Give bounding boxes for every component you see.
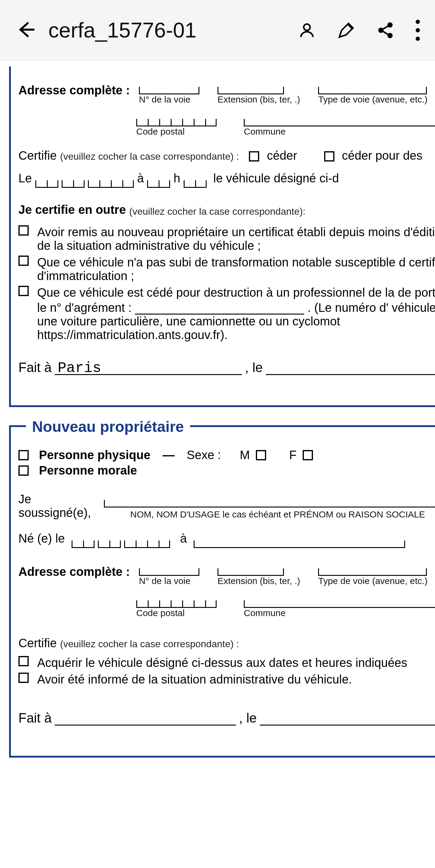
field-hint: N° de la voie xyxy=(139,94,190,105)
field-hint: Commune xyxy=(244,608,286,618)
checkbox-ceder[interactable] xyxy=(249,151,259,161)
name-hint: NOM, NOM D'USAGE le cas échéant et PRÉNO… xyxy=(130,509,425,520)
le-label: , le xyxy=(239,710,257,725)
fait-a-value[interactable] xyxy=(55,710,236,725)
user-icon[interactable] xyxy=(298,21,316,39)
fait-a-label: Fait à xyxy=(19,710,52,725)
a-label: à xyxy=(180,529,187,548)
h-label: h xyxy=(174,168,180,188)
field-hint: N° de la voie xyxy=(139,576,190,586)
field-hint: Code postal xyxy=(136,126,185,137)
a-label: à xyxy=(137,168,144,188)
certifie-label: Certifie xyxy=(19,636,57,650)
certifie-hint: (veuillez cocher la case correspondante)… xyxy=(60,639,239,649)
field-hint: Type de voie (avenue, etc.) xyxy=(318,576,428,586)
opt1-text: Avoir remis au nouveau propriétaire un c… xyxy=(37,225,435,252)
back-arrow-icon[interactable] xyxy=(15,19,36,41)
sexe-label: Sexe : xyxy=(187,448,221,462)
checkbox-opt1[interactable] xyxy=(19,225,29,236)
svg-line-5 xyxy=(382,31,389,35)
informe-text: Avoir été informé de la situation admini… xyxy=(37,673,435,686)
field-hint: Code postal xyxy=(136,608,185,618)
fait-a-label: Fait à xyxy=(19,360,52,375)
je-soussigne-label: Je soussigné(e), xyxy=(19,492,98,520)
fait-a-value[interactable]: Paris xyxy=(55,360,242,375)
le-label: , le xyxy=(245,360,263,375)
checkbox-acquerir[interactable] xyxy=(19,656,29,666)
new-owner-section: Nouveau propriétaire Personne physique —… xyxy=(9,425,435,757)
fait-le-value[interactable] xyxy=(266,360,435,375)
checkbox-sexe-m[interactable] xyxy=(256,450,266,460)
document-page: Adresse complète : N° de la voie Extensi… xyxy=(0,61,435,776)
checkbox-pers-physique[interactable] xyxy=(19,450,29,460)
opt2-text: Que ce véhicule n'a pas subi de transfor… xyxy=(37,255,435,283)
acquerir-text: Acquérir le véhicule désigné ci-dessus a… xyxy=(37,656,435,670)
field-hint: Extension (bis, ter, .) xyxy=(218,576,300,586)
app-bar: cerfa_15776-01 xyxy=(0,0,435,61)
checkbox-opt3[interactable] xyxy=(19,286,29,296)
m-label: M xyxy=(240,448,250,462)
more-menu-icon[interactable] xyxy=(416,20,420,41)
opt3-text: Que ce véhicule est cédé pour destructio… xyxy=(37,286,435,342)
address-label: Adresse complète : xyxy=(19,82,130,97)
field-hint: Type de voie (avenue, etc.) xyxy=(318,94,428,105)
fait-le-value[interactable] xyxy=(260,710,435,725)
svg-point-0 xyxy=(304,24,310,30)
share-icon[interactable] xyxy=(376,21,395,39)
ceder-pour-label: céder pour des xyxy=(342,149,423,162)
je-certifie-label: Je certifie en outre xyxy=(19,200,126,219)
seller-section: Adresse complète : N° de la voie Extensi… xyxy=(9,66,435,407)
field-hint: Extension (bis, ter, .) xyxy=(218,94,300,105)
pers-morale-label: Personne morale xyxy=(39,464,137,477)
ceder-label: céder xyxy=(267,149,297,162)
f-label: F xyxy=(289,448,296,462)
checkbox-informe[interactable] xyxy=(19,673,29,683)
document-title: cerfa_15776-01 xyxy=(48,18,196,42)
checkbox-opt2[interactable] xyxy=(19,255,29,266)
tail-text: le véhicule désigné ci-d xyxy=(213,168,339,188)
section-title: Nouveau propriétaire xyxy=(32,418,184,435)
je-certifie-hint: (veuillez cocher la case correspondante)… xyxy=(129,204,305,219)
ne-le-label: Né (e) le xyxy=(19,529,65,548)
checkbox-ceder-pour[interactable] xyxy=(324,151,334,161)
field-hint: Commune xyxy=(244,126,286,137)
address-label: Adresse complète : xyxy=(19,563,130,579)
le-label: Le xyxy=(19,168,32,188)
checkbox-pers-morale[interactable] xyxy=(19,465,29,476)
pen-icon[interactable] xyxy=(337,21,355,39)
certifie-label: Certifie xyxy=(19,149,57,162)
certifie-hint: (veuillez cocher la case correspondante)… xyxy=(60,151,239,162)
pers-physique-label: Personne physique xyxy=(39,448,150,462)
checkbox-sexe-f[interactable] xyxy=(303,450,313,460)
svg-line-4 xyxy=(382,26,389,30)
